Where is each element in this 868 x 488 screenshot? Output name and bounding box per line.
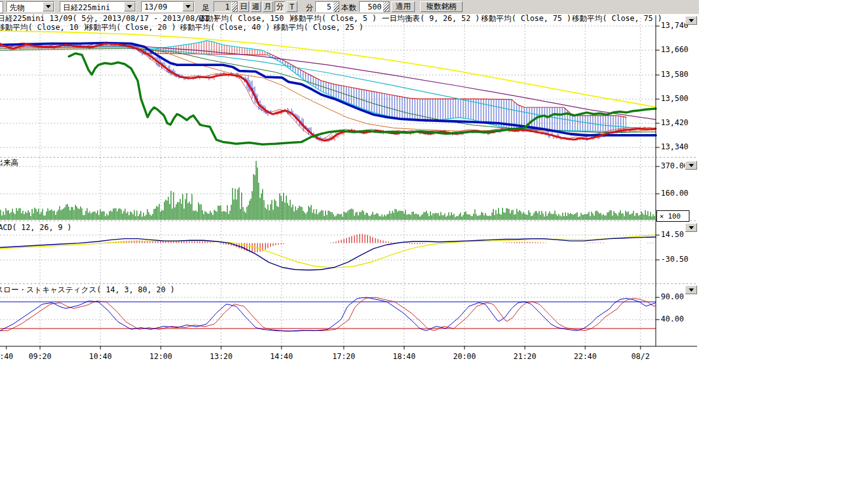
time-axis-label: 22:40 [574,353,597,361]
stoch-axis-label: 90.00 [661,293,684,301]
macd-axis-label: -30.50 [661,255,688,264]
ashi-label: 足 [202,3,210,13]
bars-label: 本数 [341,3,356,13]
pane-menu-button[interactable] [685,223,697,232]
time-axis-label: 10:40 [89,353,112,361]
price-axis-label: 13,500 [661,95,688,103]
time-axis-label: 17:20 [332,353,355,361]
pane-menu-button[interactable] [685,16,697,25]
volume-multiplier-badge: × 100 [656,210,689,222]
spinner-grip-icon[interactable] [334,1,339,12]
apply-button[interactable]: 適用 [391,1,415,12]
price-axis-label: 13,740 [661,22,688,30]
chevron-down-icon [127,5,132,8]
time-axis-label: 13:20 [210,353,233,361]
period-button-2[interactable]: 週 [250,1,261,12]
bars-spinner[interactable]: 500 [359,1,390,12]
category-combobox[interactable]: 先物 [6,1,55,12]
time-axis-label: 12:00 [149,353,172,361]
toolbar: 先物 日経225mini 13/09 足 1 分 5 本数 500 適用 複数銘… [0,0,699,14]
contract-month-combobox-value: 13/09 [142,2,182,11]
symbol-combobox-value: 日経225mini [60,2,124,11]
dropdown-arrow-icon[interactable] [43,2,54,11]
price-axis-label: 13,660 [661,46,688,54]
period-button-3[interactable]: 月 [262,1,273,12]
time-axis-label: 20:00 [453,353,476,361]
price-axis-label: 13,420 [661,119,688,127]
symbol-combobox[interactable]: 日経225mini [60,1,136,12]
spinner-grip-icon[interactable] [232,1,238,12]
dropdown-arrow-icon[interactable] [124,2,135,11]
macd-axis-label: 14.50 [661,231,684,239]
period-button-1[interactable]: 日 [238,1,249,12]
time-axis-label: 18:40 [393,353,416,361]
chevron-down-icon [689,164,694,167]
time-axis-label: 08/2 [632,353,650,361]
ashi-spinner[interactable]: 1 [214,1,238,12]
price-axis-label: 13,580 [661,71,688,79]
time-axis-label: 09:20 [29,353,51,361]
spinner-grip-icon[interactable] [383,1,390,12]
chevron-down-icon [46,5,51,8]
pane-menu-button[interactable] [685,285,697,294]
multi-symbol-button[interactable]: 複数銘柄 [420,1,463,12]
dropdown-arrow-icon[interactable] [182,2,194,11]
period-button-5[interactable]: T [287,1,297,12]
contract-month-combobox[interactable]: 13/09 [141,1,194,12]
chart-plot-area[interactable] [0,14,656,346]
chevron-down-icon [689,288,694,292]
minute-spinner[interactable]: 5 [315,1,339,12]
minute-label: 分 [306,3,313,13]
volume-axis-label: 370.00 [661,162,688,170]
volume-axis-label: 160.00 [661,189,688,198]
time-axis-label: :40 [0,353,13,361]
chevron-down-icon [186,5,191,8]
time-axis-label: 21:20 [513,353,536,361]
price-axis-label: 13,340 [661,143,688,151]
bars-spinner-value: 500 [359,1,383,12]
minute-spinner-value: 5 [315,1,334,12]
chevron-down-icon [689,226,694,229]
chevron-down-icon [689,19,694,22]
app-window: 先物 日経225mini 13/09 足 1 分 5 本数 500 適用 複数銘… [0,0,868,488]
stoch-axis-label: 40.00 [661,315,684,323]
category-combobox-value: 先物 [7,2,43,11]
period-button-4[interactable]: 分 [275,1,285,12]
ashi-spinner-value: 1 [214,1,232,12]
time-axis-label: 14:40 [270,353,293,361]
pane-menu-button[interactable] [685,161,697,170]
partial-combobox[interactable] [0,1,3,13]
